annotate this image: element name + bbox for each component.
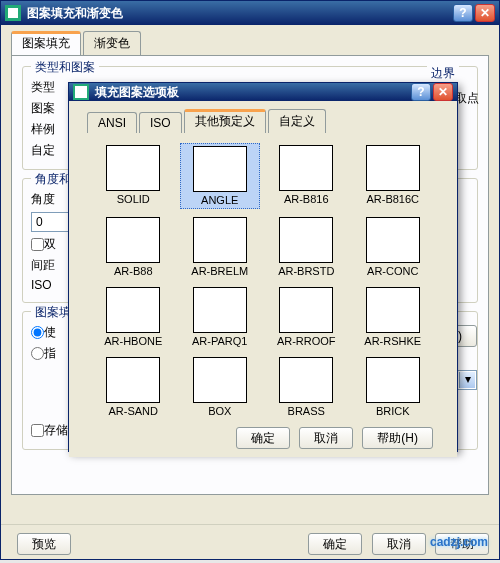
swatch-thumb (106, 357, 160, 403)
swatch-thumb (279, 145, 333, 191)
swatch-thumb (106, 217, 160, 263)
swatch-grid: SOLIDANGLEAR-B816AR-B816CAR-B88AR-BRELMA… (79, 133, 447, 423)
preview-button[interactable]: 预览 (17, 533, 71, 555)
swatch-brick[interactable]: BRICK (353, 355, 434, 419)
swatch-thumb (366, 357, 420, 403)
swatch-label: BRASS (288, 405, 325, 417)
tab-custom[interactable]: 自定义 (268, 109, 326, 133)
swatch-ar-brelm[interactable]: AR-BRELM (180, 215, 261, 279)
swatch-ar-brstd[interactable]: AR-BRSTD (266, 215, 347, 279)
swatch-label: BOX (208, 405, 231, 417)
store-default-checkbox[interactable] (31, 424, 44, 437)
swatch-label: AR-SAND (108, 405, 158, 417)
tab-fill[interactable]: 图案填充 (11, 31, 81, 55)
swatch-ar-b88[interactable]: AR-B88 (93, 215, 174, 279)
swatch-label: AR-BRELM (191, 265, 248, 277)
double-label: 双 (44, 236, 56, 253)
swatch-box[interactable]: BOX (180, 355, 261, 419)
swatch-thumb (193, 217, 247, 263)
swatch-label: AR-PARQ1 (192, 335, 247, 347)
hatch-palette-dialog: 填充图案选项板 ? ✕ ANSI ISO 其他预定义 自定义 SOLIDANGL… (68, 82, 458, 452)
tab-ansi[interactable]: ANSI (87, 112, 137, 133)
swatch-ar-sand[interactable]: AR-SAND (93, 355, 174, 419)
swatch-ar-conc[interactable]: AR-CONC (353, 215, 434, 279)
swatch-label: AR-RSHKE (364, 335, 421, 347)
swatch-label: AR-B88 (114, 265, 153, 277)
boundary-legend: 边界 (427, 65, 459, 82)
spec-label: 指 (44, 345, 56, 362)
double-checkbox[interactable] (31, 238, 44, 251)
swatch-thumb (106, 145, 160, 191)
swatch-label: AR-B816 (284, 193, 329, 205)
main-footer: 预览 确定 取消 帮助 (1, 524, 499, 559)
boundary-section: 边界 (427, 65, 479, 82)
palette-help-button[interactable]: 帮助(H) (362, 427, 433, 449)
swatch-label: BRICK (376, 405, 410, 417)
palette-body: ANSI ISO 其他预定义 自定义 SOLIDANGLEAR-B816AR-B… (69, 101, 457, 457)
main-tab-strip: 图案填充 渐变色 (11, 33, 489, 55)
palette-help-title-button[interactable]: ? (411, 83, 431, 101)
swatch-thumb (193, 146, 247, 192)
swatch-thumb (106, 287, 160, 333)
swatch-angle[interactable]: ANGLE (180, 143, 261, 209)
swatch-ar-b816c[interactable]: AR-B816C (353, 143, 434, 209)
close-title-button[interactable]: ✕ (475, 4, 495, 22)
tab-other-predefined[interactable]: 其他预定义 (184, 109, 266, 133)
swatch-ar-hbone[interactable]: AR-HBONE (93, 285, 174, 349)
swatch-label: AR-CONC (367, 265, 418, 277)
swatch-label: AR-RROOF (277, 335, 336, 347)
palette-tab-strip: ANSI ISO 其他预定义 自定义 (87, 111, 439, 133)
app-icon (5, 5, 21, 21)
swatch-thumb (193, 357, 247, 403)
main-title: 图案填充和渐变色 (27, 5, 451, 22)
swatch-label: ANGLE (201, 194, 238, 206)
swatch-thumb (279, 217, 333, 263)
palette-titlebar[interactable]: 填充图案选项板 ? ✕ (69, 83, 457, 101)
swatch-solid[interactable]: SOLID (93, 143, 174, 209)
swatch-label: AR-B816C (366, 193, 419, 205)
svg-rect-1 (8, 8, 18, 18)
swatch-label: SOLID (117, 193, 150, 205)
swatch-label: AR-BRSTD (278, 265, 334, 277)
palette-close-button[interactable]: ✕ (433, 83, 453, 101)
use-label: 使 (44, 324, 56, 341)
swatch-thumb (366, 287, 420, 333)
help-title-button[interactable]: ? (453, 4, 473, 22)
watermark: cadzj.com (430, 535, 488, 549)
swatch-label: AR-HBONE (104, 335, 162, 347)
swatch-ar-rshke[interactable]: AR-RSHKE (353, 285, 434, 349)
palette-ok-button[interactable]: 确定 (236, 427, 290, 449)
swatch-thumb (279, 357, 333, 403)
swatch-thumb (193, 287, 247, 333)
swatch-thumb (366, 145, 420, 191)
swatch-thumb (366, 217, 420, 263)
type-pattern-legend: 类型和图案 (31, 59, 99, 76)
use-radio[interactable] (31, 326, 44, 339)
tab-gradient[interactable]: 渐变色 (83, 31, 141, 55)
main-titlebar[interactable]: 图案填充和渐变色 ? ✕ (1, 1, 499, 25)
tab-iso[interactable]: ISO (139, 112, 182, 133)
cancel-button[interactable]: 取消 (372, 533, 426, 555)
swatch-ar-b816[interactable]: AR-B816 (266, 143, 347, 209)
palette-icon (73, 84, 89, 100)
swatch-thumb (279, 287, 333, 333)
palette-cancel-button[interactable]: 取消 (299, 427, 353, 449)
swatch-brass[interactable]: BRASS (266, 355, 347, 419)
palette-footer: 确定 取消 帮助(H) (79, 423, 447, 449)
palette-title: 填充图案选项板 (95, 84, 409, 101)
ok-button[interactable]: 确定 (308, 533, 362, 555)
swatch-ar-rroof[interactable]: AR-RROOF (266, 285, 347, 349)
swatch-ar-parq1[interactable]: AR-PARQ1 (180, 285, 261, 349)
spec-radio[interactable] (31, 347, 44, 360)
